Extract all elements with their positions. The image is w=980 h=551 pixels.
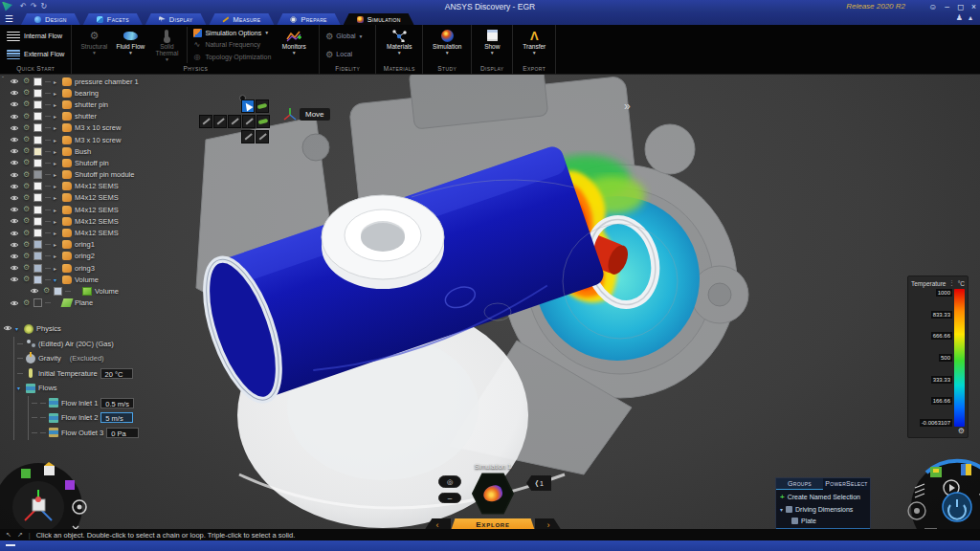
tree-row[interactable]: ⚙ ▸ pressure chamber 1 <box>7 76 196 87</box>
tree-row[interactable]: ⚙ ▸ M3 x 10 screw <box>7 134 196 145</box>
external-flow-button[interactable]: External Flow <box>4 49 67 60</box>
suppress-gear-icon[interactable]: ⚙ <box>22 100 31 108</box>
collapse-timeline-button[interactable]: – <box>438 493 461 503</box>
topology-optimization-button[interactable]: ◎ Topology Optimization <box>191 52 273 62</box>
material-air-row[interactable]: (Edited) Air (20C) (Gas) <box>14 337 139 352</box>
simulate-hex-button[interactable] <box>471 472 515 516</box>
color-swatch[interactable] <box>54 287 62 296</box>
record-button[interactable]: ◎ <box>438 475 461 488</box>
color-swatch[interactable] <box>33 229 42 237</box>
flow-condition-input[interactable]: 0 Pa <box>106 428 139 438</box>
menu-hamburger-icon[interactable]: ☰ <box>5 13 13 24</box>
color-swatch[interactable] <box>33 240 42 249</box>
color-swatch[interactable] <box>33 123 42 132</box>
tree-row[interactable]: ⚙ ▸ M4x12 SEMS <box>7 204 196 215</box>
collapse-ribbon-icon[interactable]: ▴ <box>969 13 972 22</box>
visibility-eye-icon[interactable] <box>3 324 12 334</box>
simulation-study-button[interactable]: Simulation▼ <box>427 27 467 63</box>
expander-icon[interactable]: ▾ <box>780 506 783 513</box>
suppress-gear-icon[interactable]: ⚙ <box>22 159 31 166</box>
color-swatch[interactable] <box>33 298 42 307</box>
expander-icon[interactable]: ▸ <box>54 113 59 120</box>
suppress-gear-icon[interactable]: ⚙ <box>22 299 31 307</box>
suppress-gear-icon[interactable]: ⚙ <box>22 253 31 260</box>
visibility-eye-icon[interactable] <box>10 206 19 213</box>
pull-tool-button[interactable] <box>241 130 255 143</box>
expander-icon[interactable]: ▸ <box>54 207 59 213</box>
color-swatch[interactable] <box>33 217 42 226</box>
suppress-gear-icon[interactable]: ⚙ <box>22 77 31 85</box>
visibility-eye-icon[interactable] <box>10 113 19 121</box>
tree-collapse-caret[interactable]: ˆ <box>2 76 4 81</box>
suppress-gear-icon[interactable]: ⚙ <box>22 264 31 272</box>
feedback-icon[interactable]: ☺ <box>929 2 938 11</box>
visibility-eye-icon[interactable] <box>10 264 19 272</box>
color-swatch[interactable] <box>33 252 42 260</box>
gravity-row[interactable]: Gravity (Excluded) <box>14 351 139 366</box>
visibility-eye-icon[interactable] <box>10 253 19 260</box>
suppress-gear-icon[interactable]: ⚙ <box>22 194 31 202</box>
expander-icon[interactable]: ▸ <box>54 78 59 85</box>
initial-temperature-row[interactable]: Initial Temperature 20 °C <box>14 366 139 382</box>
structural-button[interactable]: ⚙ Structural▼ <box>76 27 112 63</box>
visibility-eye-icon[interactable] <box>10 136 19 143</box>
color-swatch[interactable] <box>33 147 42 156</box>
tree-row[interactable]: ⚙ Volume <box>7 285 196 297</box>
suppress-gear-icon[interactable]: ⚙ <box>22 147 31 155</box>
suppress-gear-icon[interactable]: ⚙ <box>22 241 31 249</box>
visibility-eye-icon[interactable] <box>10 194 19 202</box>
suppress-gear-icon[interactable]: ⚙ <box>22 89 31 97</box>
flows-row[interactable]: ▾ Flows <box>14 381 139 396</box>
color-swatch[interactable] <box>33 264 42 273</box>
redo-icon[interactable]: ↷ <box>31 2 37 11</box>
transfer-button[interactable]: Λ Transfer▼ <box>517 27 551 63</box>
simulation-options-button[interactable]: Simulation Options ▼ <box>191 28 273 38</box>
suppress-gear-icon[interactable]: ⚙ <box>22 124 31 132</box>
ribbon-tab[interactable]: Simulation <box>344 13 414 25</box>
refresh-icon[interactable]: ↻ <box>40 2 47 11</box>
color-swatch[interactable] <box>33 136 42 144</box>
tree-row[interactable]: ⚙ ▸ M4x12 SEMS <box>7 227 196 238</box>
color-swatch[interactable] <box>33 206 42 214</box>
tree-row[interactable]: ⚙ ▸ M3 x 10 screw <box>7 122 196 134</box>
minimize-button[interactable]: – <box>945 2 949 11</box>
natural-frequency-button[interactable]: ∿ Natural Frequency <box>191 39 273 50</box>
color-swatch[interactable] <box>33 77 42 86</box>
suppress-gear-icon[interactable]: ⚙ <box>22 183 31 190</box>
box-select-tool-button[interactable] <box>256 99 269 113</box>
move-tool-label[interactable]: Move <box>300 108 330 121</box>
ribbon-tab[interactable]: Design <box>21 13 80 25</box>
expander-icon[interactable]: ▸ <box>54 148 59 155</box>
solid-thermal-button[interactable]: Solid Thermal▼ <box>148 27 185 63</box>
suppress-gear-icon[interactable]: ⚙ <box>22 206 31 213</box>
tree-row[interactable]: ⚙ ▸ shutter pin <box>7 99 196 110</box>
color-swatch[interactable] <box>33 112 42 121</box>
sketch-tool-5-button[interactable] <box>256 115 270 128</box>
driving-dimensions-row[interactable]: ▾ Driving Dimensions <box>776 503 870 515</box>
restore-button[interactable]: ◻ <box>957 2 964 11</box>
legend-menu-icon[interactable]: ⋮ <box>948 279 955 287</box>
visibility-eye-icon[interactable] <box>10 241 19 249</box>
color-swatch[interactable] <box>33 170 42 179</box>
cursor-mode-alt-icon[interactable]: ↗ <box>17 531 23 539</box>
sketch-tool-4-button[interactable] <box>242 115 256 128</box>
tree-row[interactable]: ⚙ ▸ M4x12 SEMS <box>7 181 196 192</box>
expander-icon[interactable]: ▸ <box>54 160 59 166</box>
suppress-gear-icon[interactable]: ⚙ <box>22 171 31 179</box>
expander-icon[interactable]: ▸ <box>54 137 59 143</box>
visibility-eye-icon[interactable] <box>10 171 19 179</box>
expander-icon[interactable]: ▸ <box>54 218 59 225</box>
suppress-gear-icon[interactable]: ⚙ <box>22 113 31 121</box>
initial-temperature-input[interactable]: 20 °C <box>100 368 133 379</box>
visibility-eye-icon[interactable] <box>10 217 19 225</box>
visibility-eye-icon[interactable] <box>10 183 19 190</box>
tree-row[interactable]: ⚙ ▾ Volume <box>7 274 196 285</box>
expander-icon[interactable]: ▸ <box>54 253 59 259</box>
color-swatch[interactable] <box>33 193 42 202</box>
expand-panel-chevron[interactable]: » <box>624 99 631 113</box>
flow-condition-row[interactable]: Flow Outlet 3 0 Pa <box>29 426 139 441</box>
plate-dimension-row[interactable]: Plate <box>776 515 870 526</box>
tree-row[interactable]: ⚙ ▸ oring3 <box>7 262 196 274</box>
local-fidelity-button[interactable]: ⚙ Local <box>323 49 371 60</box>
visibility-eye-icon[interactable] <box>10 77 19 85</box>
